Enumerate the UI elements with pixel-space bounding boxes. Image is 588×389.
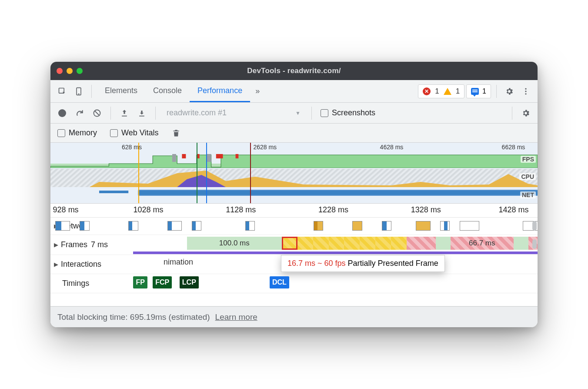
garbage-collect-icon[interactable] (169, 126, 184, 141)
frame-segment[interactable] (375, 237, 391, 250)
timing-lcp[interactable]: LCP (180, 276, 199, 288)
screenshots-label: Screenshots (332, 108, 375, 117)
fps-label: FPS (521, 156, 536, 163)
frame-segment[interactable] (329, 237, 344, 250)
capture-target-select[interactable]: readwrite.com #1 ▼ (162, 106, 305, 120)
kebab-menu-icon[interactable] (518, 84, 533, 99)
tick: 2628 ms (253, 144, 277, 151)
svg-point-5 (525, 93, 526, 94)
more-tabs-chevron-icon[interactable]: » (252, 87, 263, 96)
tick: 4628 ms (380, 144, 404, 151)
separator (155, 107, 156, 120)
frame-segment[interactable] (360, 237, 375, 250)
timing-fp[interactable]: FP (133, 276, 147, 288)
frame-segment[interactable] (514, 237, 528, 250)
webvitals-checkbox[interactable]: Web Vitals (107, 128, 161, 137)
warning-icon (444, 88, 451, 95)
marker-line (197, 143, 197, 203)
main-tabs-bar: Elements Console Performance » ✕ 1 1 1 (50, 80, 538, 103)
frame-segment[interactable] (391, 237, 407, 250)
performance-options: Memory Web Vitals (50, 124, 538, 143)
ruler-tick: 1028 ms (133, 205, 163, 215)
disclosure-icon[interactable]: ▶ (54, 261, 58, 268)
tab-performance[interactable]: Performance (190, 80, 250, 102)
interactions-track[interactable]: ▶ Interactions nimation 16.7 ms ~ 60 fps… (50, 255, 538, 274)
network-lane (50, 218, 538, 235)
tooltip-fps: 16.7 ms ~ 60 fps (287, 259, 346, 268)
frame-segment[interactable] (407, 237, 436, 250)
memory-label: Memory (69, 128, 97, 137)
summary-footer: Total blocking time: 695.19ms (estimated… (50, 306, 538, 327)
timing-dcl[interactable]: DCL (270, 276, 289, 288)
ruler-tick: 1428 ms (498, 205, 528, 215)
capture-target-label: readwrite.com #1 (167, 108, 227, 117)
frame-segment[interactable] (297, 237, 313, 250)
frames-lane: 100.0 ms 66.7 ms (50, 235, 538, 255)
learn-more-link[interactable]: Learn more (215, 312, 257, 322)
upload-profile-icon[interactable] (117, 106, 132, 121)
capture-settings-icon[interactable] (518, 106, 533, 121)
messages-badge[interactable]: 1 (466, 84, 491, 98)
frames-track[interactable]: ▶ Frames 7 ms 100.0 ms 66.7 ms (50, 235, 538, 255)
download-profile-icon[interactable] (134, 106, 149, 121)
marker-line (250, 143, 251, 203)
cpu-label: CPU (519, 173, 536, 180)
minimize-window-button[interactable] (67, 68, 73, 74)
frame-segment[interactable] (313, 237, 329, 250)
overview-ruler: 628 ms 2628 ms 4628 ms 6628 ms (50, 143, 538, 152)
timing-fcp[interactable]: FCP (153, 276, 172, 288)
scrollbar[interactable] (532, 239, 537, 249)
error-icon: ✕ (423, 87, 431, 95)
frame-segment[interactable] (344, 237, 360, 250)
svg-rect-20 (138, 191, 538, 195)
issues-badge[interactable]: ✕ 1 1 (418, 84, 464, 98)
timings-track[interactable]: Timings FP FCP LCP DCL (50, 274, 538, 293)
frame-segment-selected[interactable] (282, 237, 297, 250)
error-count: 1 (435, 87, 439, 96)
network-track[interactable]: ▶ Network (50, 218, 538, 235)
overview-cpu-row (50, 169, 538, 187)
panel-tabs: Elements Console Performance (97, 80, 250, 102)
record-button[interactable] (55, 106, 70, 121)
frame-segment[interactable]: 66.7 ms (451, 237, 514, 250)
marker-line (206, 143, 207, 203)
checkbox-icon (110, 129, 118, 137)
frame-segment[interactable]: 100.0 ms (187, 237, 282, 250)
tab-console[interactable]: Console (145, 80, 190, 102)
scrollbar[interactable] (532, 221, 537, 231)
overview-fps-row (50, 154, 538, 168)
separator (496, 85, 497, 98)
ruler-tick: 1128 ms (226, 205, 256, 215)
settings-icon[interactable] (502, 84, 517, 99)
overview-selection-start[interactable] (138, 143, 139, 203)
svg-rect-9 (182, 154, 186, 158)
flamechart[interactable]: 928 ms 1028 ms 1128 ms 1228 ms 1328 ms 1… (50, 204, 538, 306)
reload-record-button[interactable] (72, 106, 87, 121)
window-title: DevTools - readwrite.com/ (50, 67, 538, 75)
memory-checkbox[interactable]: Memory (55, 128, 100, 137)
chevron-down-icon: ▼ (295, 110, 301, 116)
checkbox-icon (321, 109, 328, 117)
net-label: NET (520, 191, 536, 198)
svg-rect-11 (216, 154, 223, 158)
frame-segment[interactable] (436, 237, 451, 250)
ruler-tick: 1328 ms (411, 205, 441, 215)
svg-rect-12 (236, 154, 239, 158)
tab-elements[interactable]: Elements (97, 80, 145, 102)
clear-button[interactable] (90, 106, 104, 121)
message-icon (471, 88, 479, 95)
animation-label: nimation (164, 258, 193, 267)
svg-rect-18 (99, 191, 128, 193)
message-count: 1 (482, 87, 486, 95)
device-toggle-icon[interactable] (71, 84, 86, 99)
inspect-icon[interactable] (55, 84, 70, 99)
maximize-window-button[interactable] (77, 68, 83, 74)
overview-strip[interactable]: 628 ms 2628 ms 4628 ms 6628 ms FPS CPU (50, 143, 538, 204)
close-window-button[interactable] (57, 68, 63, 74)
tooltip-text: Partially Presented Frame (348, 259, 438, 268)
separator (110, 107, 111, 120)
webvitals-label: Web Vitals (121, 128, 158, 137)
screenshots-checkbox[interactable]: Screenshots (318, 108, 378, 117)
ruler-tick: 928 ms (53, 205, 79, 215)
frame-tooltip: 16.7 ms ~ 60 fps Partially Presented Fra… (281, 255, 445, 272)
